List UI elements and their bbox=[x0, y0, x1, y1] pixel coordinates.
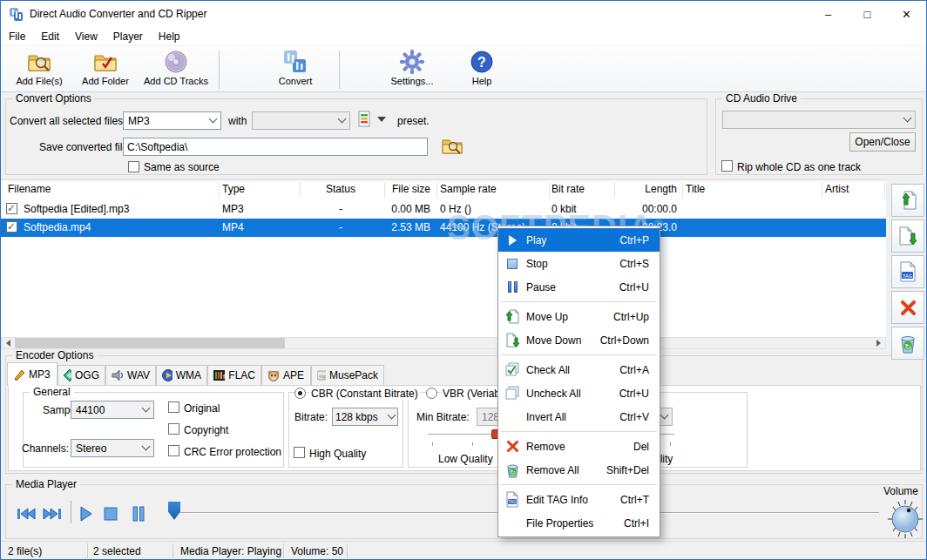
previous-track-button[interactable] bbox=[15, 503, 37, 524]
help-button[interactable]: ? Help bbox=[460, 49, 504, 91]
menu-edit-tag-info[interactable]: TAG Edit TAG Info Ctrl+T bbox=[498, 488, 660, 511]
save-path-input[interactable] bbox=[123, 138, 428, 156]
convert-button[interactable]: Convert bbox=[267, 49, 324, 91]
rip-whole-cd-checkbox[interactable] bbox=[721, 160, 733, 172]
preset-file-icon[interactable] bbox=[358, 111, 371, 128]
tab-wav[interactable]: WAV bbox=[105, 365, 156, 385]
col-type[interactable]: Type bbox=[222, 183, 297, 195]
menu-remove-all[interactable]: ↻ Remove All Shift+Del bbox=[498, 458, 660, 482]
browse-folder-button[interactable] bbox=[441, 135, 464, 156]
move-down-button[interactable] bbox=[891, 219, 924, 253]
cbr-label: CBR (Constant Bitrate) bbox=[309, 388, 420, 400]
min-bitrate-label: Min Bitrate: bbox=[416, 411, 470, 423]
tab-wma[interactable]: WMA bbox=[156, 365, 207, 385]
cd-drive-combo[interactable] bbox=[722, 111, 916, 129]
svg-text:TAG: TAG bbox=[903, 273, 912, 279]
menu-play[interactable]: Play Ctrl+P bbox=[498, 228, 660, 252]
stop-button[interactable] bbox=[99, 503, 122, 524]
menu-file[interactable]: File bbox=[1, 27, 33, 46]
status-player-state: Media Player: Playing bbox=[180, 545, 281, 557]
tab-flac[interactable]: f FLAC bbox=[207, 365, 261, 385]
header-divider bbox=[822, 182, 822, 198]
pause-icon bbox=[498, 281, 526, 293]
bitrate-combo[interactable]: 128 kbps bbox=[332, 408, 398, 426]
cbr-radio[interactable] bbox=[294, 388, 306, 399]
remove-button[interactable] bbox=[891, 291, 924, 324]
preset-combo[interactable] bbox=[252, 111, 350, 130]
col-filename[interactable]: Filename bbox=[8, 183, 51, 195]
menu-remove[interactable]: Remove Del bbox=[498, 435, 660, 458]
context-menu: Play Ctrl+P Stop Ctrl+S Pause Ctrl+U Mov… bbox=[497, 226, 660, 537]
close-button[interactable]: ✕ bbox=[887, 1, 926, 27]
svg-text:mpc: mpc bbox=[319, 374, 326, 379]
slider-tick bbox=[670, 442, 671, 446]
crc-checkbox[interactable] bbox=[168, 445, 179, 456]
menu-move-down[interactable]: Move Down Ctrl+Down bbox=[498, 328, 660, 352]
menu-check-all[interactable]: Check All Ctrl+A bbox=[498, 358, 660, 381]
tab-ogg[interactable]: OGG bbox=[58, 365, 105, 385]
cell-samplerate: 0 Hz () bbox=[440, 203, 546, 215]
remove-all-button[interactable]: ↻ bbox=[891, 327, 924, 360]
add-cd-tracks-button[interactable]: Add CD Tracks bbox=[139, 49, 213, 91]
menu-help[interactable]: Help bbox=[151, 27, 188, 46]
menu-edit[interactable]: Edit bbox=[33, 27, 67, 46]
high-quality-checkbox[interactable] bbox=[294, 447, 305, 458]
col-length[interactable]: Length bbox=[618, 183, 677, 195]
minimize-button[interactable]: – bbox=[809, 1, 848, 27]
col-status[interactable]: Status bbox=[301, 183, 380, 195]
add-files-button[interactable]: Add File(s) bbox=[8, 49, 71, 91]
volume-knob[interactable] bbox=[885, 497, 925, 539]
chevron-down-icon bbox=[142, 404, 151, 413]
menu-invert-all[interactable]: Invert All Ctrl+V bbox=[498, 405, 660, 428]
tab-mp3[interactable]: MP3 bbox=[7, 362, 58, 386]
copyright-checkbox[interactable] bbox=[168, 423, 179, 435]
vbr-radio[interactable] bbox=[426, 388, 437, 399]
open-close-button[interactable]: Open/Close bbox=[849, 132, 916, 152]
col-title[interactable]: Title bbox=[686, 183, 816, 195]
scrollbar-thumb[interactable] bbox=[15, 338, 285, 348]
next-track-button[interactable] bbox=[41, 503, 64, 524]
table-row[interactable]: Softpedia [Edited].mp3 MP3 - 0.00 MB 0 H… bbox=[1, 200, 886, 219]
play-button[interactable] bbox=[75, 503, 98, 524]
cell-filename: Softpedia [Edited].mp3 bbox=[24, 203, 215, 215]
edit-tag-button[interactable]: TAG bbox=[891, 255, 924, 288]
channels-combo[interactable]: Stereo bbox=[71, 439, 154, 457]
tab-musepack[interactable]: mpc MusePack bbox=[311, 365, 384, 385]
menu-player[interactable]: Player bbox=[105, 27, 151, 46]
menu-view[interactable]: View bbox=[67, 27, 105, 46]
col-bitrate[interactable]: Bit rate bbox=[551, 183, 618, 195]
maximize-button[interactable]: □ bbox=[848, 1, 887, 27]
row-checkbox[interactable] bbox=[6, 203, 17, 214]
add-folder-button[interactable]: Add Folder bbox=[78, 49, 133, 91]
pause-button[interactable] bbox=[127, 503, 150, 524]
channels-label: Channels: bbox=[22, 442, 69, 455]
add-folder-icon bbox=[92, 49, 118, 75]
menu-uncheck-all[interactable]: Uncheck All Ctrl+U bbox=[498, 381, 660, 405]
remove-icon bbox=[899, 299, 917, 316]
col-samplerate[interactable]: Sample rate bbox=[440, 183, 546, 195]
menu-file-properties[interactable]: File Properties Ctrl+I bbox=[498, 511, 660, 535]
row-checkbox[interactable] bbox=[6, 221, 17, 233]
table-horizontal-scrollbar[interactable] bbox=[1, 337, 886, 349]
menu-stop[interactable]: Stop Ctrl+S bbox=[498, 252, 660, 275]
same-as-source-checkbox[interactable] bbox=[128, 161, 139, 172]
scroll-right-arrow[interactable] bbox=[872, 338, 885, 348]
menu-move-up[interactable]: Move Up Ctrl+Up bbox=[498, 305, 660, 328]
move-up-button[interactable] bbox=[891, 184, 924, 217]
copyright-label: Copyright bbox=[184, 424, 228, 436]
sample-rate-combo[interactable]: 44100 bbox=[71, 401, 154, 419]
format-value: MP3 bbox=[128, 115, 210, 127]
preset-dropdown-button[interactable] bbox=[377, 117, 385, 122]
format-combo[interactable]: MP3 bbox=[123, 111, 221, 130]
skip-back-icon bbox=[17, 507, 36, 521]
menu-pause[interactable]: Pause Ctrl+U bbox=[498, 275, 660, 299]
settings-button[interactable]: Settings... bbox=[382, 49, 442, 91]
table-row-selected[interactable]: Softpedia.mp4 MP4 - 2.53 MB 44100 Hz (St… bbox=[1, 219, 886, 237]
tab-ape[interactable]: APE bbox=[261, 365, 311, 385]
scroll-left-arrow[interactable] bbox=[2, 338, 15, 348]
flac-icon: f bbox=[213, 369, 225, 381]
original-checkbox[interactable] bbox=[168, 401, 179, 413]
col-filesize[interactable]: File size bbox=[382, 183, 430, 195]
col-artist[interactable]: Artist bbox=[825, 183, 883, 195]
media-separator bbox=[71, 501, 71, 523]
